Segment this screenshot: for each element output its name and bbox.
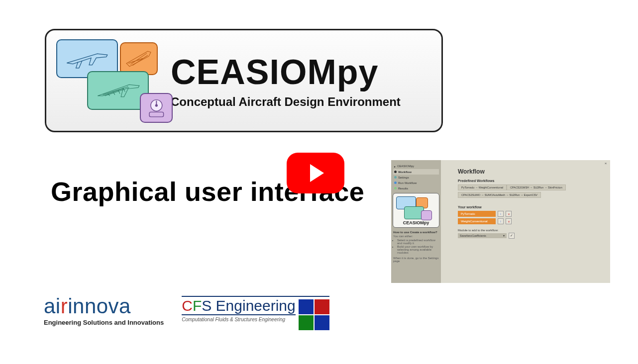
workflow-row: WeightConventional↕✕ <box>458 218 603 224</box>
help-bullet-list: Select a predefined workflow and modify … <box>397 239 439 255</box>
cfs-wordmark: CFS Engineering <box>182 298 295 315</box>
nav-dot-icon <box>394 182 397 184</box>
nav-dot-icon <box>394 176 397 179</box>
sidebar-item-label: Settings <box>398 176 409 179</box>
help-heading: How to use Create a workflow? <box>393 231 439 234</box>
sidebar-item-workflow[interactable]: Workflow <box>393 169 439 175</box>
help-bullet: Build your own workflow by selecting amo… <box>397 245 439 254</box>
help-bullet: Select a predefined workflow and modify … <box>397 239 439 245</box>
sidebar-item-label: Results <box>398 187 408 190</box>
workflow-row: PyTornado↕✕ <box>458 211 603 217</box>
svg-point-1 <box>155 104 157 106</box>
logo-tile-orange <box>120 42 158 75</box>
predefined-heading: Predefined Workflows <box>458 179 603 182</box>
chevron-down-icon: ▾ <box>503 234 505 237</box>
sidebar-app-label: CEASIOMpy <box>397 165 414 168</box>
delete-icon[interactable]: ✕ <box>506 211 512 217</box>
nav-dot-icon <box>394 171 397 173</box>
delete-icon[interactable]: ✕ <box>506 218 512 224</box>
logo-text-block: CEASIOMpy Conceptual Aircraft Design Env… <box>171 52 401 109</box>
airinnova-wordmark: airinnova <box>44 296 164 317</box>
cfs-logo: CFS Engineering Computational Fluids & S… <box>182 296 329 330</box>
sidebar-item-settings[interactable]: Settings <box>393 175 439 180</box>
move-icon[interactable]: ↕ <box>498 211 504 217</box>
help-outro: When it is done, go to the Settings page <box>393 257 439 263</box>
logo-title: CEASIOMpy <box>171 52 401 92</box>
logo-tile-purple <box>140 93 173 123</box>
sidebar-item-run-workflow[interactable]: Run Workflow <box>393 180 439 185</box>
app-screenshot: × ▸CEASIOMpy WorkflowSettingsRun Workflo… <box>391 160 610 283</box>
workflow-module[interactable]: PyTornado <box>458 211 496 217</box>
workflow-module[interactable]: WeightConventional <box>458 218 496 224</box>
sidebar-logo-card: CEASIOMpy <box>393 193 439 228</box>
sidebar-item-label: Run Workflow <box>398 182 417 184</box>
sidebar-app-name[interactable]: ▸CEASIOMpy <box>393 163 439 169</box>
svg-rect-2 <box>149 112 164 117</box>
sidebar-item-label: Workflow <box>398 171 412 174</box>
predefined-workflow-button[interactable]: CPACS2GMSH → SU2Run → SkinFriction <box>507 184 566 190</box>
cfs-squares-icon <box>299 299 329 330</box>
your-workflow-heading: Your workflow <box>458 205 603 209</box>
module-select-value: SaveAeroCoefficients <box>460 234 486 237</box>
play-icon <box>310 164 324 182</box>
add-module-button[interactable]: ✓ <box>509 233 515 239</box>
screenshot-main: Workflow Predefined Workflows PyTornado … <box>441 160 610 283</box>
main-title: Workflow <box>458 168 603 175</box>
ceasiompy-logo-banner: CEASIOMpy Conceptual Aircraft Design Env… <box>45 29 443 132</box>
aircraft-wire-icon <box>93 75 143 106</box>
move-icon[interactable]: ↕ <box>498 218 504 224</box>
sidebar-item-results[interactable]: Results <box>393 185 439 191</box>
aircraft-grid-icon <box>123 46 154 72</box>
cfs-tagline: Computational Fluids & Structures Engine… <box>182 317 295 322</box>
logo-icon-cluster <box>55 38 165 123</box>
logo-subtitle: Conceptual Aircraft Design Environment <box>171 95 401 109</box>
youtube-play-button[interactable] <box>287 153 344 193</box>
airinnova-tagline: Engineering Solutions and Innovations <box>44 319 164 326</box>
help-intro: You can either: <box>393 235 439 238</box>
sidebar-logo-text: CEASIOMpy <box>395 220 437 225</box>
close-icon[interactable]: × <box>603 161 608 166</box>
airinnova-logo: airinnova Engineering Solutions and Inno… <box>44 296 164 326</box>
gauge-icon <box>143 96 170 120</box>
add-module-label: Module to add to the workflow: <box>458 229 603 232</box>
predefined-workflow-button[interactable]: CPACS2SUMO → SUMOAutoMesh → SU2Run → Exp… <box>458 192 541 198</box>
nav-dot-icon <box>394 187 397 189</box>
module-select[interactable]: SaveAeroCoefficients ▾ <box>458 233 507 238</box>
predefined-workflow-button[interactable]: PyTornado → WeightConventional <box>458 184 507 190</box>
screenshot-sidebar: ▸CEASIOMpy WorkflowSettingsRun WorkflowR… <box>391 160 441 283</box>
aircraft-icon <box>62 43 112 75</box>
footer-logos: airinnova Engineering Solutions and Inno… <box>44 296 329 330</box>
